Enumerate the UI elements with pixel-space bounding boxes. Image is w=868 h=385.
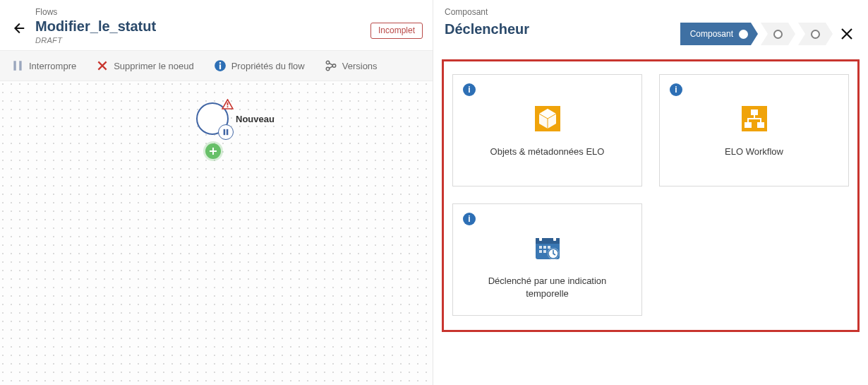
action-interrupt-label: Interrompre [29,61,76,71]
composant-eyebrow: Composant [445,7,529,17]
svg-rect-20 [553,236,556,241]
workflow-icon [740,105,768,133]
add-node-button[interactable] [205,143,221,159]
calendar-clock-icon [534,234,562,262]
card-time-trigger[interactable]: i Déclenché par une indication temporell… [452,203,642,316]
right-panel: Composant Déclencheur Composant [433,0,868,385]
card-time-trigger-label: Déclenché par une indication temporelle [484,275,611,300]
svg-point-6 [326,67,330,71]
flow-canvas[interactable]: Nouveau [0,81,433,385]
svg-rect-25 [543,250,546,253]
svg-rect-11 [227,129,229,135]
svg-rect-14 [751,109,758,115]
close-icon [840,28,853,40]
action-flow-properties[interactable]: Propriétés du flow [214,59,305,72]
step-composant-label: Composant [690,29,733,39]
svg-rect-8 [227,102,229,105]
incomplete-badge: Incomplet [370,23,423,39]
back-button[interactable] [10,20,27,37]
svg-rect-16 [757,122,764,128]
info-icon [214,59,227,72]
svg-point-5 [326,61,330,64]
versions-icon [325,59,337,72]
node-pause-icon [218,124,234,140]
svg-rect-23 [548,246,550,249]
step-progress: Composant [680,23,833,45]
card-elo-workflow[interactable]: i ELO Workflow [659,74,849,186]
card-info-icon[interactable]: i [463,213,476,225]
card-info-icon[interactable]: i [463,83,476,96]
x-icon [96,59,109,72]
svg-rect-22 [543,246,546,249]
card-elo-objects-label: Objets & métadonnées ELO [490,146,605,158]
flow-status: DRAFT [35,36,156,45]
node-circle [196,102,229,135]
svg-rect-19 [539,236,542,241]
action-interrupt[interactable]: Interrompre [11,59,76,72]
action-flow-properties-label: Propriétés du flow [231,61,305,71]
left-header: Flows Modifier_le_statut DRAFT Incomplet [0,0,433,50]
pause-icon [11,59,24,72]
right-header: Composant Déclencheur Composant [433,0,868,52]
svg-point-7 [332,64,336,68]
step-dot-icon [773,30,783,39]
svg-rect-4 [219,62,221,64]
flow-node-start[interactable]: Nouveau [196,102,275,135]
close-button[interactable] [837,24,857,44]
right-body: i Objets & métadonnées ELO i ELO Workflo… [433,52,868,385]
flows-eyebrow: Flows [35,7,156,17]
arrow-left-icon [11,20,26,36]
svg-rect-24 [539,250,542,253]
svg-rect-1 [19,61,21,71]
card-info-icon[interactable]: i [670,83,682,96]
step-2[interactable] [761,23,795,45]
action-delete-node[interactable]: Supprimer le noeud [96,59,193,72]
svg-rect-9 [227,106,229,107]
right-title: Déclencheur [445,21,529,37]
trigger-cards-highlight: i Objets & métadonnées ELO i ELO Workflo… [442,59,860,332]
step-3[interactable] [798,23,833,45]
step-dot-icon [739,30,748,39]
action-versions[interactable]: Versions [325,59,378,72]
action-delete-node-label: Supprimer le noeud [114,61,193,71]
card-elo-objects[interactable]: i Objets & métadonnées ELO [452,74,642,186]
svg-rect-21 [539,246,542,249]
node-label: Nouveau [236,114,275,124]
card-elo-workflow-label: ELO Workflow [725,146,783,158]
step-dot-icon [811,30,820,39]
cube-icon [534,105,562,133]
flow-editor-panel: Flows Modifier_le_statut DRAFT Incomplet… [0,0,433,385]
action-bar: Interrompre Supprimer le noeud Propriété… [0,50,433,81]
svg-rect-0 [13,61,16,71]
svg-rect-10 [224,129,226,135]
step-composant[interactable]: Composant [680,23,758,45]
flow-title: Modifier_le_statut [35,18,156,35]
warning-icon [222,99,234,109]
svg-rect-15 [745,122,752,128]
svg-rect-3 [219,64,221,69]
action-versions-label: Versions [342,61,378,71]
plus-icon [210,148,217,155]
